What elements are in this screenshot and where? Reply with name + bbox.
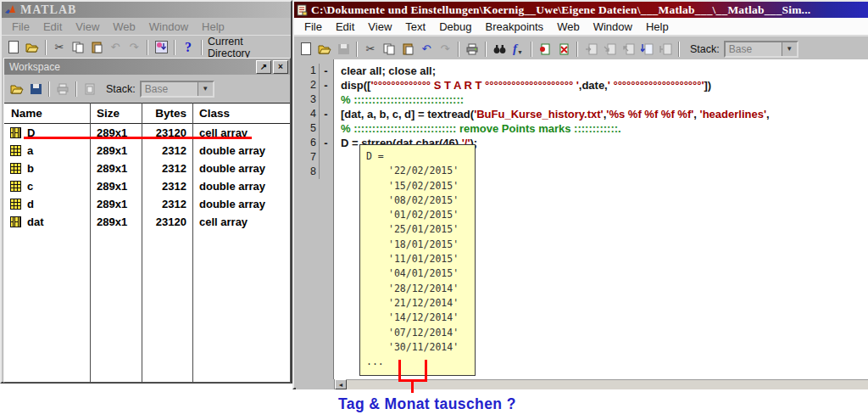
load-workspace-button[interactable]	[8, 80, 26, 98]
menu-item-debug[interactable]: Debug	[432, 20, 478, 33]
code-line-5[interactable]: % :::::::::::::::::::::::::::: remove Po…	[341, 121, 868, 136]
variable-class: double array	[192, 144, 290, 157]
copy-button[interactable]	[69, 38, 87, 57]
cut-button[interactable]: ✂	[50, 38, 69, 57]
workspace-row-b[interactable]: b289x12312double array	[4, 160, 290, 177]
breakpoint-slot[interactable]	[320, 150, 332, 165]
undo-button[interactable]: ↶	[417, 40, 436, 59]
variable-name-cell: b	[4, 162, 90, 175]
variable-datatip: D = '22/02/2015''15/02/2015''08/02/2015'…	[359, 144, 476, 376]
menu-item-file[interactable]: File	[5, 20, 36, 33]
workspace-row-dat[interactable]: dat289x123120cell array	[4, 213, 290, 231]
menu-item-edit[interactable]: Edit	[36, 20, 69, 33]
function-browse-button[interactable]: f▼	[509, 40, 527, 59]
horizontal-scrollbar[interactable]: ◄	[296, 379, 868, 389]
breakpoint-slot[interactable]	[320, 121, 332, 136]
save-file-button[interactable]	[334, 40, 353, 59]
menu-item-window[interactable]: Window	[587, 20, 639, 33]
code-line-4[interactable]: [dat, a, b, c, d] = textread('BuFu_Kurse…	[341, 107, 868, 121]
line-number: 4	[296, 107, 316, 121]
new-file-button[interactable]	[297, 40, 315, 59]
column-header-class[interactable]: Class	[192, 107, 290, 120]
chevron-down-icon: ▼	[202, 85, 209, 92]
scroll-left-button[interactable]: ◄	[335, 379, 347, 389]
simulink-button[interactable]	[152, 38, 170, 57]
window-title: MATLAB	[20, 3, 76, 17]
variable-name: a	[27, 144, 33, 157]
menu-item-web[interactable]: Web	[106, 20, 142, 33]
copy-button[interactable]	[380, 40, 398, 59]
open-folder-icon	[10, 83, 24, 94]
redo-button[interactable]: ↷	[436, 40, 454, 59]
save-workspace-button[interactable]	[26, 80, 45, 98]
open-file-button[interactable]	[315, 40, 334, 59]
print-button[interactable]	[53, 80, 72, 98]
breakpoint-dash[interactable]: -	[320, 107, 332, 121]
column-header-size[interactable]: Size	[90, 107, 142, 120]
undock-button[interactable]: ↗	[256, 60, 271, 74]
column-header-bytes[interactable]: Bytes	[142, 107, 192, 120]
stack-dropdown[interactable]: Base ▼	[140, 81, 214, 98]
toolbar-separator	[531, 42, 532, 57]
workspace-row-a[interactable]: a289x12312double array	[4, 142, 290, 160]
undo-button[interactable]: ↶	[106, 38, 125, 57]
menu-item-view[interactable]: View	[69, 20, 106, 33]
menu-item-web[interactable]: Web	[550, 20, 587, 33]
line-number: 3	[296, 92, 316, 107]
line-number: 8	[296, 165, 316, 179]
workspace-row-c[interactable]: c289x12312double array	[4, 177, 290, 195]
step-button[interactable]	[581, 40, 600, 59]
set-breakpoint-button[interactable]	[536, 40, 554, 59]
clear-breakpoints-button[interactable]	[554, 40, 573, 59]
dropdown-button[interactable]: ▼	[198, 82, 213, 96]
menu-item-view[interactable]: View	[361, 20, 398, 33]
stack-dropdown[interactable]: Base ▼	[724, 41, 798, 58]
breakpoint-dash[interactable]: -	[320, 78, 332, 92]
breakpoint-slot[interactable]	[320, 165, 332, 179]
menu-item-help[interactable]: Help	[639, 20, 676, 33]
save-icon	[338, 44, 349, 54]
continue-button[interactable]	[637, 40, 656, 59]
workspace-row-d[interactable]: d289x12312double array	[4, 195, 290, 213]
matlab-titlebar[interactable]: MATLAB	[2, 2, 291, 18]
column-header-name[interactable]: Name	[4, 107, 90, 120]
open-file-button[interactable]	[23, 38, 42, 57]
annotation-underline-D-row	[24, 137, 252, 139]
new-file-button[interactable]	[4, 38, 23, 57]
paste-button[interactable]	[87, 38, 106, 57]
step-in-icon	[604, 43, 616, 55]
close-panel-button[interactable]: ×	[273, 60, 288, 74]
menu-item-file[interactable]: File	[298, 20, 329, 33]
breakpoint-dash[interactable]: -	[320, 136, 332, 150]
menu-item-edit[interactable]: Edit	[329, 20, 361, 33]
help-button[interactable]: ?	[179, 38, 198, 57]
menu-item-window[interactable]: Window	[142, 20, 195, 33]
menu-item-breakpoints[interactable]: Breakpoints	[478, 20, 550, 33]
exit-debug-button[interactable]	[656, 40, 675, 59]
menu-item-help[interactable]: Help	[195, 20, 231, 33]
paste-button[interactable]	[398, 40, 417, 59]
menu-item-text[interactable]: Text	[398, 20, 432, 33]
workspace-titlebar[interactable]: Workspace ↗ ×	[4, 59, 290, 75]
undock-icon: ↗	[260, 63, 267, 71]
print-button[interactable]	[463, 40, 481, 59]
step-in-button[interactable]	[600, 40, 619, 59]
code-line-1[interactable]: clear all; close all;	[341, 64, 868, 78]
redo-button[interactable]: ↷	[125, 38, 143, 57]
step-out-icon	[622, 43, 635, 55]
dropdown-button[interactable]: ▼	[782, 42, 797, 56]
breakpoint-margin[interactable]: -- - -	[319, 64, 332, 179]
datatip-value: '28/12/2014'	[366, 282, 475, 296]
find-button[interactable]	[490, 40, 509, 59]
cell-array-icon	[10, 216, 21, 227]
editor-titlebar[interactable]: C:\Dokumente und Einstellungen\Koernig__…	[294, 2, 868, 18]
code-line-2[interactable]: disp(['°°°°°°°°°°°°° S T A R T °°°°°°°°°…	[341, 78, 868, 92]
code-string: '°°°°°°°°°°°°° S T A R T °°°°°°°°°°°°°°°…	[370, 79, 578, 92]
datatip-value: '07/12/2014'	[366, 326, 475, 340]
step-out-button[interactable]	[619, 40, 637, 59]
breakpoint-dash[interactable]: -	[320, 64, 332, 78]
cut-button[interactable]: ✂	[361, 40, 380, 59]
code-line-3[interactable]: % ::::::::::::::::::::::::::::::	[341, 92, 868, 107]
breakpoint-slot[interactable]	[320, 92, 332, 107]
copy-variable-button[interactable]	[81, 80, 99, 98]
